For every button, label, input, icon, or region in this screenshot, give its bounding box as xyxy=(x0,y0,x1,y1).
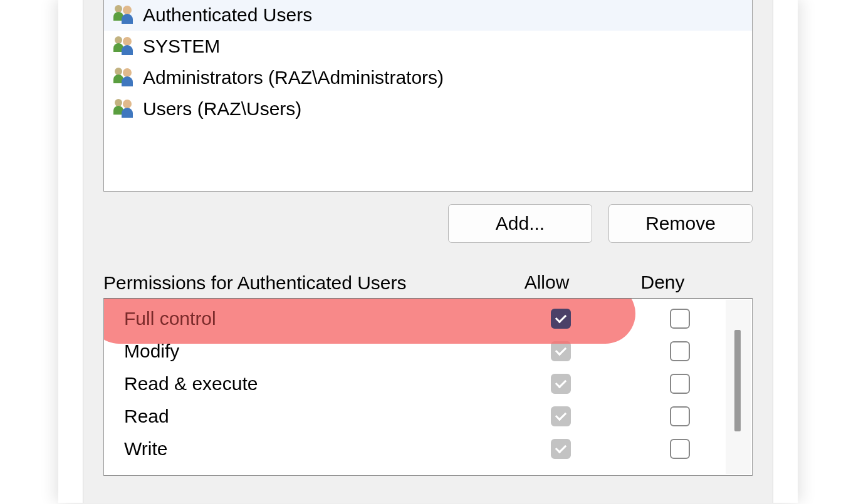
permission-row-modify: Modify xyxy=(104,335,752,368)
deny-column-header: Deny xyxy=(605,272,721,294)
groups-listbox[interactable]: Authenticated Users SYSTEM Administrator… xyxy=(103,0,753,192)
permission-label: Read xyxy=(104,406,501,427)
page-container: Authenticated Users SYSTEM Administrator… xyxy=(58,0,798,503)
group-row-authenticated-users[interactable]: Authenticated Users xyxy=(104,0,752,31)
allow-checkbox-full-control[interactable] xyxy=(551,309,571,329)
permission-label: Full control xyxy=(104,308,501,329)
users-group-icon xyxy=(113,67,138,88)
group-row-administrators[interactable]: Administrators (RAZ\Administrators) xyxy=(104,62,752,93)
deny-cell xyxy=(620,374,739,394)
allow-cell xyxy=(501,341,620,361)
group-label: SYSTEM xyxy=(143,36,220,57)
allow-cell xyxy=(501,309,620,329)
deny-checkbox-read[interactable] xyxy=(670,406,690,426)
permission-label: Modify xyxy=(104,341,501,362)
deny-checkbox-write[interactable] xyxy=(670,439,690,459)
deny-checkbox-modify[interactable] xyxy=(670,341,690,361)
permissions-listbox[interactable]: Full control Modify xyxy=(103,298,753,476)
deny-cell xyxy=(620,309,739,329)
allow-checkbox-read[interactable] xyxy=(551,406,571,426)
allow-cell xyxy=(501,374,620,394)
deny-cell xyxy=(620,341,739,361)
permissions-header: Permissions for Authenticated Users Allo… xyxy=(103,248,753,294)
deny-checkbox-read-execute[interactable] xyxy=(670,374,690,394)
allow-checkbox-modify[interactable] xyxy=(551,341,571,361)
allow-column-header: Allow xyxy=(489,272,605,294)
allow-checkbox-write[interactable] xyxy=(551,439,571,459)
permission-rows: Full control Modify xyxy=(104,299,752,465)
group-row-system[interactable]: SYSTEM xyxy=(104,31,752,62)
add-button[interactable]: Add... xyxy=(448,204,592,243)
users-group-icon xyxy=(113,36,138,57)
users-group-icon xyxy=(113,98,138,120)
group-row-users[interactable]: Users (RAZ\Users) xyxy=(104,93,752,125)
permission-row-read-execute: Read & execute xyxy=(104,368,752,400)
group-label: Users (RAZ\Users) xyxy=(143,98,301,120)
allow-checkbox-read-execute[interactable] xyxy=(551,374,571,394)
allow-cell xyxy=(501,439,620,459)
remove-button[interactable]: Remove xyxy=(608,204,753,243)
deny-checkbox-full-control[interactable] xyxy=(670,309,690,329)
buttons-row: Add... Remove xyxy=(103,204,753,243)
deny-cell xyxy=(620,406,739,426)
security-dialog: Authenticated Users SYSTEM Administrator… xyxy=(83,0,773,503)
group-label: Authenticated Users xyxy=(143,4,312,26)
permission-row-read: Read xyxy=(104,400,752,433)
allow-cell xyxy=(501,406,620,426)
permission-label: Read & execute xyxy=(104,373,501,394)
permissions-header-label: Permissions for Authenticated Users xyxy=(103,272,489,294)
permission-row-write: Write xyxy=(104,433,752,465)
permission-row-full-control: Full control xyxy=(104,302,752,335)
users-group-icon xyxy=(113,4,138,26)
group-label: Administrators (RAZ\Administrators) xyxy=(143,67,444,88)
permission-label: Write xyxy=(104,438,501,460)
permissions-area: Full control Modify xyxy=(103,298,753,476)
deny-cell xyxy=(620,439,739,459)
